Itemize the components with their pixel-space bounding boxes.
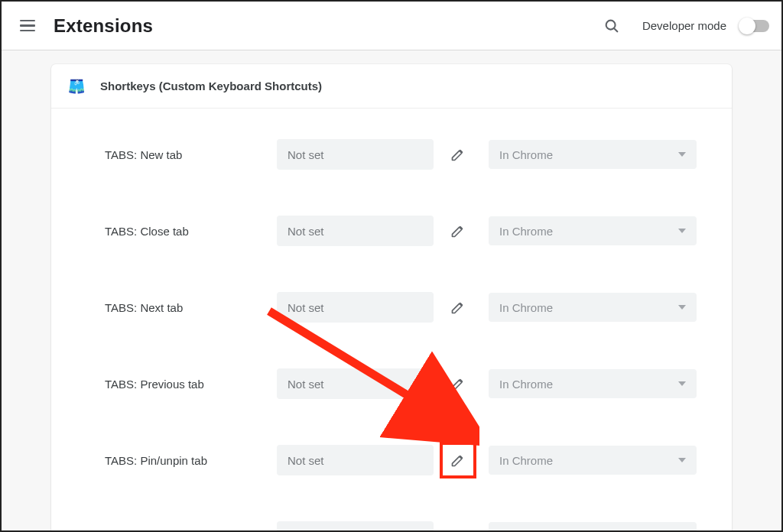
chevron-down-icon (678, 458, 686, 462)
pencil-icon (450, 376, 466, 391)
pencil-icon (450, 300, 466, 315)
shortcut-input[interactable]: Not set (277, 521, 434, 532)
svg-line-1 (614, 28, 617, 31)
shortcut-row: TABS: Mute/unmute tabNot setIn Chrome (51, 498, 732, 532)
shortcut-label: TABS: Previous tab (105, 378, 277, 391)
edit-shortcut-button[interactable] (450, 528, 466, 532)
shortcut-row: TABS: Previous tabNot setIn Chrome (51, 345, 732, 422)
edit-cell (440, 289, 476, 326)
shortcut-row: TABS: New tabNot setIn Chrome (51, 116, 732, 193)
shortcut-label: TABS: New tab (105, 148, 277, 161)
edit-shortcut-button[interactable] (450, 222, 466, 239)
edit-cell (440, 365, 476, 402)
extension-name: Shortkeys (Custom Keyboard Shortcuts) (100, 79, 322, 92)
shortcut-input[interactable]: Not set (277, 216, 434, 246)
search-button[interactable] (603, 17, 621, 35)
chevron-down-icon (678, 229, 686, 233)
shortcut-input[interactable]: Not set (277, 368, 434, 399)
shortcut-input[interactable]: Not set (277, 292, 434, 323)
scope-select-value: In Chrome (499, 378, 553, 391)
scope-select[interactable]: In Chrome (489, 293, 697, 322)
extension-icon: 🩳 (68, 78, 85, 95)
edit-shortcut-button[interactable] (450, 452, 466, 469)
developer-mode-toggle[interactable] (740, 20, 769, 32)
pencil-icon (450, 453, 466, 468)
scope-select[interactable]: In Chrome (489, 140, 697, 169)
shortcut-row: TABS: Pin/unpin tabNot setIn Chrome (51, 422, 732, 498)
edit-cell (440, 442, 476, 478)
shortcut-label: TABS: Pin/unpin tab (105, 454, 277, 467)
edit-cell (440, 136, 476, 173)
toggle-knob (739, 18, 755, 34)
shortcut-row: TABS: Next tabNot setIn Chrome (51, 269, 732, 345)
scope-select[interactable]: In Chrome (489, 446, 697, 475)
top-toolbar: Extensions Developer mode (2, 2, 781, 50)
pencil-icon (450, 223, 466, 238)
search-icon (603, 18, 620, 34)
shortcut-row: TABS: Close tabNot setIn Chrome (51, 193, 732, 269)
shortcut-input[interactable]: Not set (277, 445, 434, 475)
shortcut-input[interactable]: Not set (277, 139, 434, 170)
edit-cell (440, 518, 476, 532)
scope-select-value: In Chrome (499, 454, 553, 467)
menu-icon[interactable] (20, 17, 38, 35)
scope-select[interactable]: In Chrome (489, 369, 697, 398)
scope-select[interactable]: In Chrome (489, 216, 697, 245)
pencil-icon (450, 147, 466, 162)
scope-select-value: In Chrome (499, 225, 553, 238)
page-title: Extensions (54, 15, 153, 37)
card-header: 🩳 Shortkeys (Custom Keyboard Shortcuts) (51, 64, 732, 109)
shortcut-label: TABS: Next tab (105, 301, 277, 314)
extension-card: 🩳 Shortkeys (Custom Keyboard Shortcuts) … (51, 64, 732, 532)
chevron-down-icon (678, 381, 686, 386)
edit-shortcut-button[interactable] (450, 375, 466, 392)
scope-select-value: In Chrome (499, 148, 553, 161)
edit-shortcut-button[interactable] (450, 299, 466, 316)
scope-select-value: In Chrome (499, 301, 553, 314)
shortcut-rows: TABS: New tabNot setIn ChromeTABS: Close… (51, 109, 732, 532)
chevron-down-icon (678, 305, 686, 310)
pencil-icon (450, 529, 466, 532)
scope-select[interactable]: In Chrome (489, 522, 697, 532)
edit-shortcut-button[interactable] (450, 146, 466, 163)
developer-mode-label: Developer mode (642, 19, 726, 32)
edit-cell (440, 212, 476, 249)
page-body: 🩳 Shortkeys (Custom Keyboard Shortcuts) … (2, 50, 781, 530)
shortcut-label: TABS: Close tab (105, 225, 277, 238)
chevron-down-icon (678, 152, 686, 157)
